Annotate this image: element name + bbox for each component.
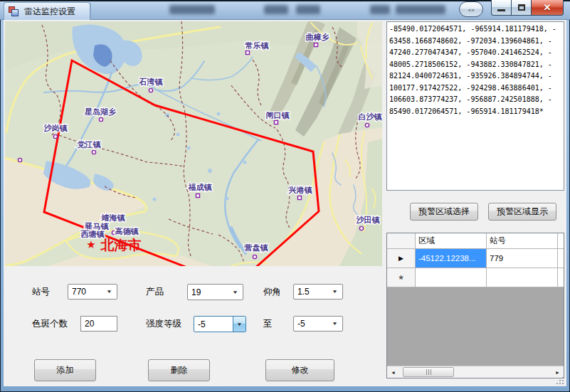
city-star-icon: ★ (86, 238, 95, 250)
chevron-down-icon: ▼ (236, 322, 243, 327)
elevation-value: 1.5 (297, 287, 310, 297)
town-marker-icon (315, 43, 318, 47)
row-header-cell[interactable]: * (387, 268, 416, 287)
map-terrain (5, 21, 382, 266)
table-row[interactable]: ▶ -45122.12238... 779 (387, 249, 564, 268)
town-label: 高德镇 (115, 227, 139, 235)
cell-filler (558, 268, 564, 287)
town-label: 党江镇 (78, 140, 102, 149)
town-label: 星岛湖乡 (84, 107, 116, 116)
cell-station-empty[interactable] (487, 268, 558, 287)
dropdown-button[interactable]: ▼ (233, 317, 246, 332)
grid-header-area[interactable]: 区域 (416, 233, 487, 249)
title-bar[interactable]: 雷达监控设置 ⇔ ✕ (0, 0, 570, 20)
town-marker-icon (365, 123, 369, 127)
to-value: -5 (297, 319, 305, 329)
to-label: 至 (263, 318, 273, 330)
redacted-text (296, 5, 320, 14)
chevron-down-icon: ▼ (332, 289, 338, 295)
town-label: 营盘镇 (244, 243, 269, 252)
add-button[interactable]: 添加 (34, 359, 96, 381)
town-marker-icon (53, 134, 57, 138)
town-label: 闸口镇 (266, 111, 290, 120)
chevron-down-icon: ▼ (232, 289, 238, 295)
warning-area-select-button[interactable]: 预警区域选择 (410, 203, 478, 221)
caption-buttons: ✕ (491, 0, 564, 16)
double-arrow-icon: ⇔ (467, 4, 476, 15)
town-label: 兴港镇 (288, 186, 313, 194)
elevation-combo[interactable]: 1.5 ▼ (293, 284, 343, 300)
town-marker-icon (196, 194, 200, 198)
scrollbar-thumb[interactable] (403, 367, 454, 377)
redacted-text (169, 5, 215, 14)
navigate-windows-button[interactable]: ⇔ (459, 1, 483, 17)
cell-area[interactable]: -45122.12238... (416, 249, 487, 268)
app-icon (9, 6, 20, 17)
town-marker-icon (253, 255, 256, 258)
table-row-new[interactable]: * (387, 268, 564, 287)
to-combo[interactable]: -5 ▼ (293, 316, 343, 332)
coordinates-textbox[interactable]: -85490.0172064571, -965914.181179418, - … (386, 21, 564, 191)
product-label: 产品 (146, 286, 164, 298)
cell-area-empty[interactable] (416, 268, 487, 287)
radar-map[interactable]: 常乐镇曲樟乡石湾镇闸口镇白沙镇星岛湖乡沙岗镇党江镇福成镇兴港镇营盘镇沙田镇靖海镇… (5, 21, 382, 266)
town-label: 常乐镇 (246, 41, 270, 50)
elevation-label: 仰角 (263, 286, 281, 298)
resize-grip[interactable] (556, 376, 564, 385)
area-data-grid[interactable]: 区域 站号 ▶ -45122.12238... 779 * (386, 233, 564, 378)
redacted-text (396, 5, 445, 14)
town-label: 沙田镇 (357, 216, 381, 224)
town-marker-icon (246, 51, 250, 55)
current-row-icon: ▶ (399, 255, 403, 262)
city-label: 北海市 (100, 238, 142, 253)
chevron-down-icon: ▼ (106, 289, 112, 295)
warning-area-display-button[interactable]: 预警区域显示 (488, 203, 556, 221)
scroll-left-icon[interactable]: ◄ (387, 366, 399, 378)
redacted-text (370, 5, 390, 14)
town-marker-icon (298, 196, 302, 200)
town-marker-icon (92, 150, 95, 154)
close-icon: ✕ (544, 2, 551, 13)
map-city: ★ 北海市 (86, 238, 141, 253)
town-label: 石湾镇 (139, 78, 164, 86)
product-combo[interactable]: 19 ▼ (187, 284, 243, 300)
row-header-cell[interactable]: ▶ (387, 249, 416, 268)
titlebar-divider (90, 3, 91, 18)
maximize-icon (518, 4, 525, 11)
town-label: 福成镇 (188, 183, 213, 191)
town-marker-icon (18, 158, 21, 161)
close-button[interactable]: ✕ (531, 0, 564, 16)
maximize-button[interactable] (511, 0, 531, 16)
town-label: 沙岗镇 (44, 124, 68, 132)
minimize-icon (497, 9, 505, 11)
intensity-combo[interactable]: -5 ▼ (194, 316, 246, 332)
minimize-button[interactable] (491, 0, 511, 16)
grid-corner-cell (387, 233, 416, 249)
form-client-area: 常乐镇曲樟乡石湾镇闸口镇白沙镇星岛湖乡沙岗镇党江镇福成镇兴港镇营盘镇沙田镇靖海镇… (4, 20, 566, 386)
cell-station[interactable]: 779 (487, 249, 558, 268)
town-marker-icon (149, 88, 152, 92)
product-value: 19 (191, 287, 201, 297)
station-combo[interactable]: 770 ▼ (68, 284, 117, 300)
town-label: 白沙镇 (359, 112, 383, 121)
intensity-label: 强度等级 (146, 318, 181, 330)
town-label: 曲樟乡 (306, 33, 329, 41)
grid-header-filler (558, 233, 564, 249)
station-label: 站号 (32, 286, 50, 298)
grid-header-station[interactable]: 站号 (487, 233, 558, 249)
modify-button[interactable]: 修改 (265, 359, 334, 381)
redacted-text (264, 5, 288, 14)
grid-horizontal-scrollbar[interactable]: ◄ ► (387, 366, 564, 378)
app-window: 雷达监控设置 ⇔ ✕ (0, 0, 570, 392)
intensity-value: -5 (198, 319, 206, 329)
grid-header-row: 区域 站号 (387, 233, 564, 249)
window-title-tab[interactable]: 雷达监控设置 (4, 2, 90, 20)
map-canvas: 常乐镇曲樟乡石湾镇闸口镇白沙镇星岛湖乡沙岗镇党江镇福成镇兴港镇营盘镇沙田镇靖海镇… (5, 21, 382, 266)
spot-count-input[interactable]: 20 (80, 316, 117, 332)
window-title: 雷达监控设置 (24, 6, 75, 18)
town-marker-icon (275, 121, 278, 125)
new-row-icon: * (399, 277, 403, 283)
station-value: 770 (72, 287, 86, 297)
town-marker-icon (99, 117, 102, 121)
delete-button[interactable]: 删除 (148, 359, 210, 381)
